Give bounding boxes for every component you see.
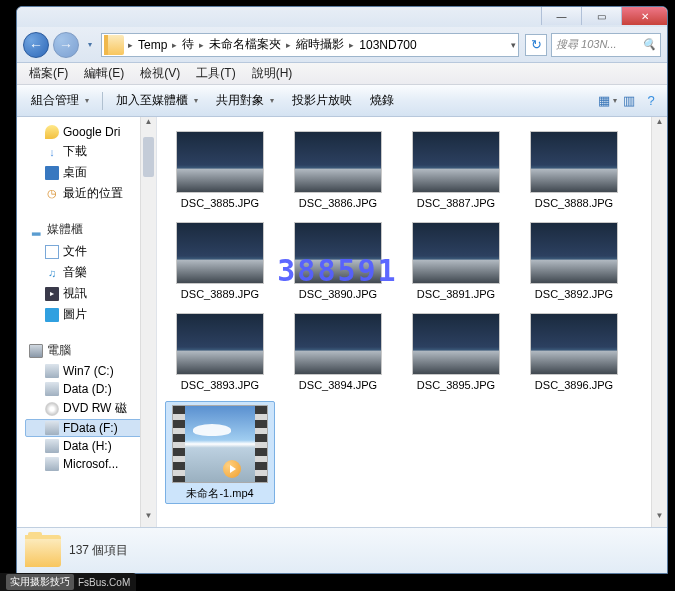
preview-pane-button[interactable]: ▥ [619, 91, 639, 111]
file-grid[interactable]: DSC_3885.JPGDSC_3886.JPGDSC_3887.JPGDSC_… [157, 117, 667, 527]
computer-header[interactable]: 電腦 [25, 339, 156, 362]
minimize-button[interactable]: — [541, 7, 581, 25]
libraries-header[interactable]: ▂媒體櫃 [25, 218, 156, 241]
recent-icon: ◷ [45, 187, 59, 201]
sidebar-item-downloads[interactable]: ↓下載 [25, 141, 156, 162]
file-item[interactable]: DSC_3886.JPG [283, 127, 393, 214]
organize-button[interactable]: 組合管理 [23, 89, 97, 112]
sidebar-item-drive-d[interactable]: Data (D:) [25, 380, 156, 398]
maximize-button[interactable]: ▭ [581, 7, 621, 25]
image-thumbnail [294, 313, 382, 375]
play-icon [223, 460, 241, 478]
burn-button[interactable]: 燒錄 [362, 89, 402, 112]
sidebar-item-drive-h[interactable]: Data (H:) [25, 437, 156, 455]
sidebar-item-recent[interactable]: ◷最近的位置 [25, 183, 156, 204]
file-item[interactable]: DSC_3896.JPG [519, 309, 629, 396]
sidebar-header-label: 媒體櫃 [47, 221, 83, 238]
help-button[interactable]: ? [641, 91, 661, 111]
file-item[interactable]: DSC_3888.JPG [519, 127, 629, 214]
view-mode-button[interactable]: ▦ [597, 91, 617, 111]
sidebar-item-drive-c[interactable]: Win7 (C:) [25, 362, 156, 380]
chevron-right-icon[interactable]: ▸ [284, 40, 293, 50]
menu-view[interactable]: 檢視(V) [132, 63, 188, 84]
scroll-up-icon[interactable]: ▲ [141, 117, 156, 133]
computer-group: 電腦 Win7 (C:) Data (D:) DVD RW 磁 FData (F… [17, 333, 156, 481]
file-item[interactable]: 未命名-1.mp4 [165, 401, 275, 504]
chevron-right-icon[interactable]: ▸ [347, 40, 356, 50]
file-item[interactable]: DSC_3895.JPG [401, 309, 511, 396]
scroll-up-icon[interactable]: ▲ [652, 117, 667, 133]
scroll-down-icon[interactable]: ▼ [141, 511, 156, 527]
chevron-right-icon[interactable]: ▸ [170, 40, 179, 50]
breadcrumb-seg[interactable]: 103ND700 [356, 34, 419, 56]
file-item[interactable]: DSC_3890.JPG [283, 218, 393, 305]
menu-edit[interactable]: 編輯(E) [76, 63, 132, 84]
desktop-icon [45, 166, 59, 180]
file-item[interactable]: DSC_3887.JPG [401, 127, 511, 214]
close-button[interactable]: ✕ [621, 7, 667, 25]
image-thumbnail [530, 313, 618, 375]
file-name: DSC_3893.JPG [181, 379, 259, 392]
breadcrumb-seg[interactable]: 待 [179, 34, 197, 56]
footer-badge: 实用摄影技巧 FsBus.CoM [0, 573, 136, 591]
sidebar-header-label: 電腦 [47, 342, 71, 359]
sidebar-item-label: Win7 (C:) [63, 364, 114, 378]
sidebar-item-desktop[interactable]: 桌面 [25, 162, 156, 183]
file-name: DSC_3890.JPG [299, 288, 377, 301]
file-item[interactable]: DSC_3892.JPG [519, 218, 629, 305]
chevron-right-icon[interactable]: ▸ [126, 40, 135, 50]
sidebar-item-dvd[interactable]: DVD RW 磁 [25, 398, 156, 419]
breadcrumb-seg[interactable]: 縮時攝影 [293, 34, 347, 56]
library-icon: ▂ [29, 223, 43, 237]
address-bar: ← → ▾ ▸ Temp ▸ 待 ▸ 未命名檔案夾 ▸ 縮時攝影 ▸ 103ND… [17, 27, 667, 63]
file-item[interactable]: DSC_3889.JPG [165, 218, 275, 305]
nav-scrollbar[interactable]: ▲ ▼ [140, 117, 156, 527]
forward-button[interactable]: → [53, 32, 79, 58]
sidebar-item-gdrive[interactable]: Google Dri [25, 123, 156, 141]
breadcrumb[interactable]: ▸ Temp ▸ 待 ▸ 未命名檔案夾 ▸ 縮時攝影 ▸ 103ND700 ▾ [101, 33, 519, 57]
sidebar-item-label: Microsof... [63, 457, 118, 471]
sidebar-item-music[interactable]: ♫音樂 [25, 262, 156, 283]
file-item[interactable]: DSC_3894.JPG [283, 309, 393, 396]
content-scrollbar[interactable]: ▲ ▼ [651, 117, 667, 527]
menu-help[interactable]: 說明(H) [244, 63, 301, 84]
video-frame [185, 406, 255, 482]
title-bar: — ▭ ✕ [17, 7, 667, 27]
slideshow-button[interactable]: 投影片放映 [284, 89, 360, 112]
nav-history-dropdown[interactable]: ▾ [83, 34, 97, 56]
sidebar-item-label: 下載 [63, 143, 87, 160]
file-name: DSC_3885.JPG [181, 197, 259, 210]
image-thumbnail [530, 222, 618, 284]
file-name: DSC_3894.JPG [299, 379, 377, 392]
breadcrumb-seg[interactable]: Temp [135, 34, 170, 56]
include-library-button[interactable]: 加入至媒體櫃 [108, 89, 206, 112]
scroll-down-icon[interactable]: ▼ [652, 511, 667, 527]
refresh-button[interactable]: ↻ [525, 34, 547, 56]
file-item[interactable]: DSC_3893.JPG [165, 309, 275, 396]
menu-tools[interactable]: 工具(T) [188, 63, 243, 84]
folder-icon [104, 35, 124, 55]
sidebar-item-videos[interactable]: ▸視訊 [25, 283, 156, 304]
menu-file[interactable]: 檔案(F) [21, 63, 76, 84]
share-button[interactable]: 共用對象 [208, 89, 282, 112]
search-input[interactable]: 搜尋 103N... 🔍 [551, 33, 661, 57]
scroll-thumb[interactable] [143, 137, 154, 177]
breadcrumb-seg[interactable]: 未命名檔案夾 [206, 34, 284, 56]
chevron-down-icon[interactable]: ▾ [509, 40, 518, 50]
file-item[interactable]: DSC_3891.JPG [401, 218, 511, 305]
hdd-icon [45, 364, 59, 378]
sidebar-item-label: 文件 [63, 243, 87, 260]
sidebar-item-documents[interactable]: 文件 [25, 241, 156, 262]
navigation-pane: Google Dri ↓下載 桌面 ◷最近的位置 ▂媒體櫃 文件 ♫音樂 ▸視訊… [17, 117, 157, 527]
sidebar-item-label: Data (D:) [63, 382, 112, 396]
sidebar-item-pictures[interactable]: 圖片 [25, 304, 156, 325]
sidebar-item-drive-ms[interactable]: Microsof... [25, 455, 156, 473]
chevron-right-icon[interactable]: ▸ [197, 40, 206, 50]
file-item[interactable]: DSC_3885.JPG [165, 127, 275, 214]
hdd-icon [45, 439, 59, 453]
image-thumbnail [530, 131, 618, 193]
hdd-icon [45, 457, 59, 471]
sidebar-item-label: 視訊 [63, 285, 87, 302]
back-button[interactable]: ← [23, 32, 49, 58]
sidebar-item-drive-f[interactable]: FData (F:) [25, 419, 156, 437]
